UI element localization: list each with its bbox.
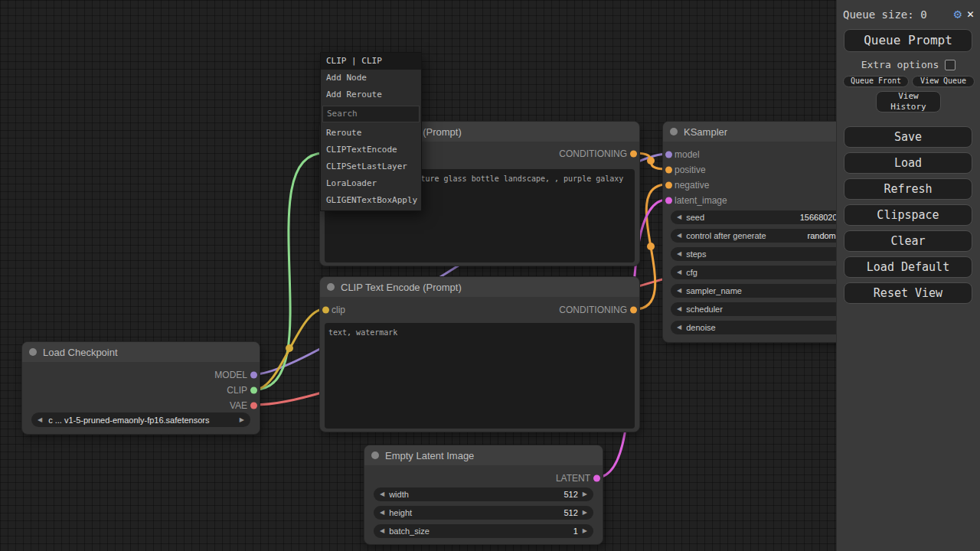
ckpt-name-widget[interactable]: ◀ c ... v1-5-pruned-emaonly-fp16.safeten… xyxy=(31,412,250,427)
menu-item-add-node[interactable]: Add Node xyxy=(321,70,421,86)
increment-arrow-icon[interactable]: ▶ xyxy=(583,528,587,534)
menu-item-loraloader[interactable]: LoraLoader xyxy=(321,175,421,192)
height-widget[interactable]: ◀ height 512 ▶ xyxy=(374,506,593,520)
menu-header: Queue size: 0 ⚙ ✕ xyxy=(843,8,974,21)
menu-item-cliptextencode[interactable]: CLIPTextEncode xyxy=(321,142,421,158)
widget-value: 512 xyxy=(564,490,577,499)
output-dot-latent[interactable] xyxy=(593,475,600,482)
node-load-checkpoint[interactable]: Load Checkpoint MODEL CLIP VAE ◀ c ... v… xyxy=(21,341,260,435)
decrement-arrow-icon[interactable]: ◀ xyxy=(677,324,681,331)
main-menu-panel: Queue size: 0 ⚙ ✕ Queue Prompt Extra opt… xyxy=(836,0,980,551)
output-dot-conditioning[interactable] xyxy=(630,307,637,314)
output-dot-model[interactable] xyxy=(250,372,257,379)
widget-label: control after generate xyxy=(686,231,766,240)
input-dot-positive[interactable] xyxy=(665,167,672,174)
collapse-dot-icon[interactable] xyxy=(371,452,379,459)
input-label: negative xyxy=(675,180,709,191)
close-icon[interactable]: ✕ xyxy=(967,8,974,20)
node-title-bar[interactable]: Load Checkpoint xyxy=(22,342,260,362)
load-default-button[interactable]: Load Default xyxy=(844,256,972,278)
control-after-generate-widget[interactable]: ◀ control after generate randomize ▶ xyxy=(671,229,862,243)
output-label: CONDITIONING xyxy=(559,305,627,315)
collapse-dot-icon[interactable] xyxy=(670,128,678,135)
reset-view-button[interactable]: Reset View xyxy=(844,282,972,304)
output-label: CONDITIONING xyxy=(559,148,627,159)
settings-gear-icon[interactable]: ⚙ xyxy=(954,8,962,21)
link-dot-positive xyxy=(647,157,655,165)
decrement-arrow-icon[interactable]: ◀ xyxy=(38,417,42,423)
widget-label: denoise xyxy=(686,323,716,332)
collapse-dot-icon[interactable] xyxy=(29,348,37,356)
widget-value: 1 xyxy=(573,527,578,536)
decrement-arrow-icon[interactable]: ◀ xyxy=(677,233,681,239)
output-label: MODEL xyxy=(214,370,247,380)
cfg-widget[interactable]: ◀ cfg ▶ xyxy=(671,266,862,279)
decrement-arrow-icon[interactable]: ◀ xyxy=(677,306,681,312)
menu-item-clipsetlastlayer[interactable]: CLIPSetLastLayer xyxy=(321,158,421,175)
widget-label: width xyxy=(389,490,409,499)
save-button[interactable]: Save xyxy=(844,126,972,148)
input-dot-model[interactable] xyxy=(665,152,672,158)
widget-label: seed xyxy=(686,213,704,222)
load-button[interactable]: Load xyxy=(844,152,972,174)
extra-options-row: Extra options xyxy=(843,59,974,70)
node-title-bar[interactable]: CLIP Text Encode (Prompt) xyxy=(320,277,639,297)
node-clip-text-encode-2[interactable]: CLIP Text Encode (Prompt) clip CONDITION… xyxy=(319,276,640,432)
decrement-arrow-icon[interactable]: ◀ xyxy=(380,528,384,534)
collapse-dot-icon[interactable] xyxy=(327,283,335,291)
clear-button[interactable]: Clear xyxy=(844,230,972,252)
widget-label: sampler_name xyxy=(686,286,742,295)
output-row-model: MODEL xyxy=(22,367,260,383)
menu-item-gligentextboxapply[interactable]: GLIGENTextBoxApply xyxy=(321,192,421,209)
menu-item-reroute[interactable]: Reroute xyxy=(321,125,421,142)
wire-clip-to-encode1 xyxy=(255,153,324,390)
decrement-arrow-icon[interactable]: ◀ xyxy=(380,510,384,516)
context-menu: CLIP | CLIP Add Node Add Reroute Search … xyxy=(320,52,422,211)
node-empty-latent-image[interactable]: Empty Latent Image LATENT ◀ width 512 ▶ … xyxy=(364,445,603,545)
queue-prompt-button[interactable]: Queue Prompt xyxy=(844,29,972,52)
output-dot-vae[interactable] xyxy=(250,403,257,409)
steps-widget[interactable]: ◀ steps ▶ xyxy=(671,247,862,261)
refresh-button[interactable]: Refresh xyxy=(844,178,972,200)
input-label: latent_image xyxy=(675,195,727,206)
output-dot-clip[interactable] xyxy=(250,387,257,394)
node-title: KSampler xyxy=(684,126,727,138)
search-input[interactable]: Search xyxy=(322,106,420,122)
node-title-bar[interactable]: Empty Latent Image xyxy=(364,445,603,465)
input-dot-latent-image[interactable] xyxy=(665,197,672,204)
decrement-arrow-icon[interactable]: ◀ xyxy=(677,251,681,257)
clipspace-button[interactable]: Clipspace xyxy=(844,204,972,226)
node-canvas[interactable]: CLIP Text Encode (Prompt) clip CONDITION… xyxy=(0,0,980,551)
output-row-latent: LATENT xyxy=(364,471,603,486)
output-dot-conditioning[interactable] xyxy=(630,151,637,158)
decrement-arrow-icon[interactable]: ◀ xyxy=(677,214,681,220)
scheduler-widget[interactable]: ◀ scheduler ▶ xyxy=(671,302,862,316)
increment-arrow-icon[interactable]: ▶ xyxy=(240,417,244,423)
context-menu-header: CLIP | CLIP xyxy=(321,53,421,70)
decrement-arrow-icon[interactable]: ◀ xyxy=(677,269,681,276)
width-widget[interactable]: ◀ width 512 ▶ xyxy=(374,487,593,501)
increment-arrow-icon[interactable]: ▶ xyxy=(583,491,587,497)
batch-size-widget[interactable]: ◀ batch_size 1 ▶ xyxy=(374,524,593,538)
increment-arrow-icon[interactable]: ▶ xyxy=(583,510,587,516)
queue-front-button[interactable]: Queue Front xyxy=(843,76,909,87)
input-label: model xyxy=(675,149,700,160)
decrement-arrow-icon[interactable]: ◀ xyxy=(380,491,384,497)
output-label: CLIP xyxy=(227,385,247,396)
sampler-name-widget[interactable]: ◀ sampler_name ▶ xyxy=(671,284,862,298)
extra-options-checkbox[interactable] xyxy=(945,60,956,70)
view-history-button[interactable]: View History xyxy=(876,91,941,112)
seed-widget[interactable]: ◀ seed 1566802081 ▶ xyxy=(671,210,862,224)
prompt-textarea[interactable]: text, watermark xyxy=(325,323,635,429)
input-dot-negative[interactable] xyxy=(665,182,672,189)
denoise-widget[interactable]: ◀ denoise ▶ xyxy=(671,321,862,334)
input-label: positive xyxy=(675,165,706,175)
link-dot-negative xyxy=(647,243,655,250)
queue-size-label: Queue size: 0 xyxy=(843,8,927,21)
menu-item-add-reroute[interactable]: Add Reroute xyxy=(321,86,421,103)
ckpt-name-value: c ... v1-5-pruned-emaonly-fp16.safetenso… xyxy=(47,416,235,425)
link-dot-clip xyxy=(286,344,293,352)
node-title: CLIP Text Encode (Prompt) xyxy=(341,282,462,293)
view-queue-button[interactable]: View Queue xyxy=(912,76,975,87)
decrement-arrow-icon[interactable]: ◀ xyxy=(677,288,681,294)
